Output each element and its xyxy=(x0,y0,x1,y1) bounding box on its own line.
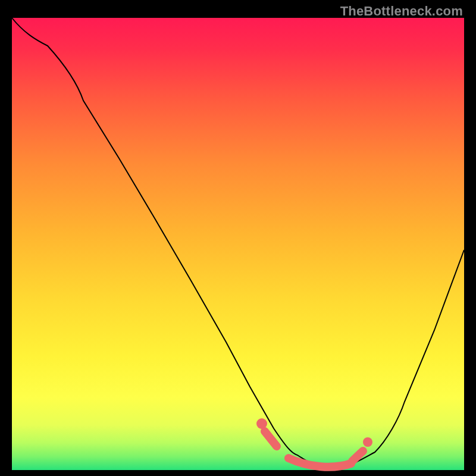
watermark-text: TheBottleneck.com xyxy=(340,4,463,19)
chart-overlay xyxy=(12,18,464,470)
svg-point-2 xyxy=(363,437,372,447)
chart-frame xyxy=(12,18,464,470)
highlighted-optimal-region xyxy=(256,418,372,467)
bottleneck-curve xyxy=(12,18,464,467)
